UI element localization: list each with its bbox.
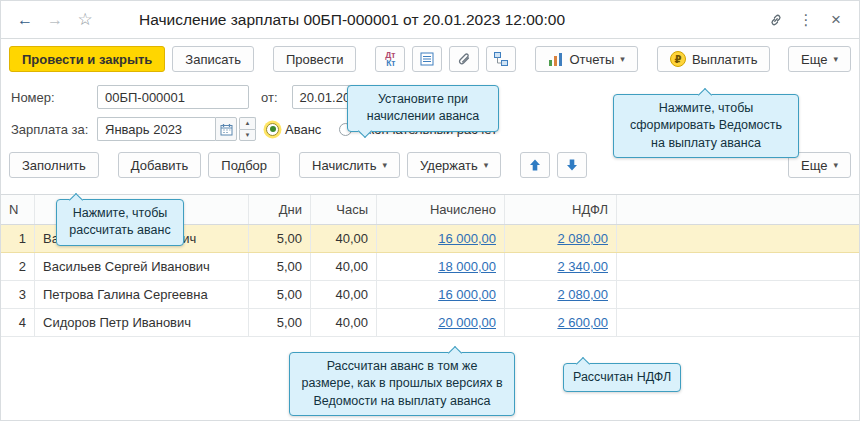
add-row-button[interactable]: Добавить <box>118 152 201 178</box>
star-icon: ☆ <box>77 9 92 30</box>
move-row-up-button[interactable] <box>520 152 550 178</box>
link-icon <box>768 12 784 28</box>
write-button[interactable]: Записать <box>172 46 254 72</box>
row-number: 4 <box>1 309 35 336</box>
period-input[interactable]: Январь 2023 <box>97 117 215 141</box>
forward-button[interactable]: → <box>41 7 69 33</box>
number-label: Номер: <box>11 90 97 105</box>
close-icon: × <box>831 10 841 30</box>
chevron-down-icon: ▾ <box>833 55 838 64</box>
ndfl-amount-link[interactable]: 2 600,00 <box>557 315 608 330</box>
row-spacer <box>617 225 859 252</box>
dtkt-icon: ДтКт <box>385 51 395 67</box>
hours-value[interactable]: 40,00 <box>311 225 377 252</box>
document-structure-icon <box>493 51 509 67</box>
days-value[interactable]: 5,00 <box>249 309 311 336</box>
payroll-document-window: ← → ☆ Начисление зарплаты 00БП-000001 от… <box>0 0 860 421</box>
stepper-down-button[interactable]: ▼ <box>239 129 256 142</box>
row-number: 3 <box>1 281 35 308</box>
row-number: 1 <box>1 225 35 252</box>
more-menu-button[interactable]: ⋮ <box>793 7 819 33</box>
chevron-down-icon: ▾ <box>383 161 388 170</box>
calendar-picker-button[interactable] <box>215 117 237 141</box>
table-row[interactable]: 3 Петрова Галина Сергеевна 5,00 40,00 16… <box>1 281 859 309</box>
row-number: 2 <box>1 253 35 280</box>
accrued-amount-link[interactable]: 18 000,00 <box>438 259 496 274</box>
get-link-button[interactable] <box>763 7 789 33</box>
arrow-down-icon <box>565 158 579 172</box>
withhold-button[interactable]: Удержать ▾ <box>407 152 501 178</box>
kebab-icon: ⋮ <box>799 11 814 29</box>
ndfl-amount-link[interactable]: 2 340,00 <box>557 259 608 274</box>
triangle-up-icon: ▲ <box>245 120 251 126</box>
accrue-button[interactable]: Начислить ▾ <box>299 152 400 178</box>
row-spacer <box>617 253 859 280</box>
row-spacer <box>617 309 859 336</box>
main-toolbar: Провести и закрыть Записать Провести ДтК… <box>1 39 859 78</box>
show-postings-button[interactable]: ДтКт <box>375 46 405 72</box>
post-and-close-button[interactable]: Провести и закрыть <box>9 46 165 72</box>
fill-button[interactable]: Заполнить <box>9 152 99 178</box>
hours-value[interactable]: 40,00 <box>311 309 377 336</box>
ruble-coin-icon: ₽ <box>670 51 686 67</box>
reports-button[interactable]: Отчеты ▾ <box>535 46 637 72</box>
pay-label: Выплатить <box>692 52 758 67</box>
reports-label: Отчеты <box>569 52 614 67</box>
table-row[interactable]: 2 Васильев Сергей Иванович 5,00 40,00 18… <box>1 253 859 281</box>
triangle-down-icon: ▼ <box>245 132 251 138</box>
row-spacer <box>617 281 859 308</box>
tooltip-pay-statement: Нажмите, чтобы сформировать Ведомость на… <box>613 94 799 158</box>
number-input[interactable]: 00БП-000001 <box>97 85 249 109</box>
attachments-button[interactable] <box>449 46 479 72</box>
radio-advance[interactable]: Аванс <box>266 122 321 137</box>
days-value[interactable]: 5,00 <box>249 281 311 308</box>
move-row-down-button[interactable] <box>557 152 587 178</box>
period-stepper: ▲ ▼ <box>239 117 256 141</box>
header-spacer <box>617 195 859 224</box>
header-accrued[interactable]: Начислено <box>377 195 505 224</box>
tooltip-calculate-advance: Нажмите, чтобы рассчитать аванс <box>56 199 184 246</box>
ndfl-amount-link[interactable]: 2 080,00 <box>557 231 608 246</box>
arrow-up-icon <box>528 158 542 172</box>
stepper-up-button[interactable]: ▲ <box>239 117 256 129</box>
register-list-icon <box>419 51 435 67</box>
back-button[interactable]: ← <box>11 7 39 33</box>
pick-button[interactable]: Подбор <box>208 152 280 178</box>
close-button[interactable]: × <box>823 7 849 33</box>
accrue-label: Начислить <box>312 158 376 173</box>
pay-button[interactable]: ₽ Выплатить <box>657 46 771 72</box>
days-value[interactable]: 5,00 <box>249 225 311 252</box>
withhold-label: Удержать <box>420 158 478 173</box>
chevron-down-icon: ▾ <box>620 55 625 64</box>
header-days[interactable]: Дни <box>249 195 311 224</box>
titlebar: ← → ☆ Начисление зарплаты 00БП-000001 от… <box>1 1 859 39</box>
hours-value[interactable]: 40,00 <box>311 253 377 280</box>
days-value[interactable]: 5,00 <box>249 253 311 280</box>
chevron-down-icon: ▾ <box>833 161 838 170</box>
employee-name[interactable]: Васильев Сергей Иванович <box>35 253 249 280</box>
header-ndfl[interactable]: НДФЛ <box>505 195 617 224</box>
header-n[interactable]: N <box>1 195 35 224</box>
table-row[interactable]: 4 Сидоров Петр Иванович 5,00 40,00 20 00… <box>1 309 859 337</box>
favorite-button[interactable]: ☆ <box>71 7 99 33</box>
related-documents-button[interactable] <box>486 46 516 72</box>
bar-chart-icon <box>548 52 563 67</box>
tooltip-advance-amount: Рассчитан аванс в том же размере, как в … <box>289 352 515 416</box>
document-register-button[interactable] <box>412 46 442 72</box>
more-label: Еще <box>801 52 827 67</box>
accrued-amount-link[interactable]: 16 000,00 <box>438 231 496 246</box>
header-hours[interactable]: Часы <box>311 195 377 224</box>
post-button[interactable]: Провести <box>273 46 357 72</box>
back-arrow-icon: ← <box>17 11 33 29</box>
accrued-amount-link[interactable]: 16 000,00 <box>438 287 496 302</box>
date-label: от: <box>261 90 278 105</box>
employee-name[interactable]: Петрова Галина Сергеевна <box>35 281 249 308</box>
paperclip-icon <box>456 51 472 67</box>
tooltip-set-advance: Установите при начислении аванса <box>347 85 499 132</box>
accrued-amount-link[interactable]: 20 000,00 <box>438 315 496 330</box>
ndfl-amount-link[interactable]: 2 080,00 <box>557 287 608 302</box>
hours-value[interactable]: 40,00 <box>311 281 377 308</box>
calendar-icon <box>220 123 233 136</box>
more-actions-button[interactable]: Еще ▾ <box>788 46 851 72</box>
employee-name[interactable]: Сидоров Петр Иванович <box>35 309 249 336</box>
